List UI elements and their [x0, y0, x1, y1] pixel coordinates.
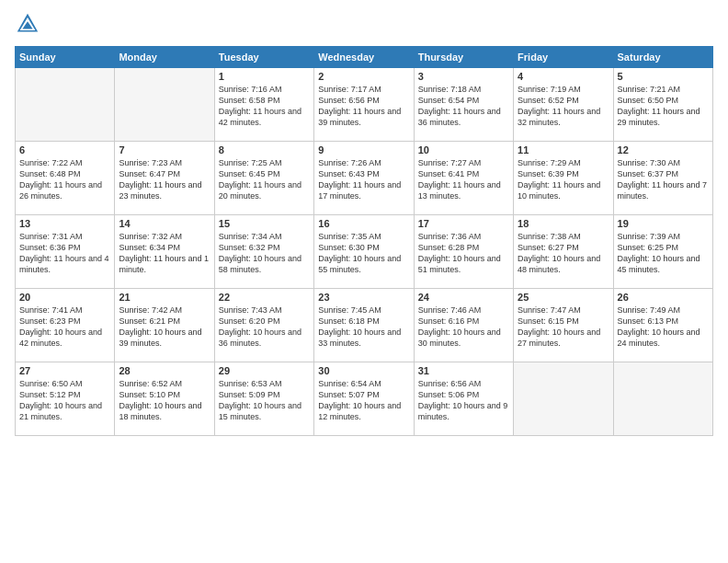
- day-number: 29: [219, 365, 310, 376]
- day-info: Sunrise: 7:42 AM Sunset: 6:21 PM Dayligh…: [119, 304, 210, 350]
- day-info: Sunrise: 6:53 AM Sunset: 5:09 PM Dayligh…: [219, 378, 310, 423]
- day-cell: 12Sunrise: 7:30 AM Sunset: 6:37 PM Dayli…: [613, 142, 712, 215]
- day-info: Sunrise: 7:39 AM Sunset: 6:25 PM Dayligh…: [618, 231, 709, 276]
- day-number: 3: [418, 71, 509, 82]
- day-cell: 11Sunrise: 7:29 AM Sunset: 6:39 PM Dayli…: [514, 142, 613, 215]
- day-cell: 31Sunrise: 6:56 AM Sunset: 5:06 PM Dayli…: [414, 362, 513, 436]
- day-cell: 6Sunrise: 7:22 AM Sunset: 6:48 PM Daylig…: [16, 142, 115, 215]
- day-header-monday: Monday: [115, 47, 214, 68]
- day-cell: 29Sunrise: 6:53 AM Sunset: 5:09 PM Dayli…: [214, 362, 313, 436]
- day-cell: 7Sunrise: 7:23 AM Sunset: 6:47 PM Daylig…: [115, 142, 214, 215]
- day-info: Sunrise: 6:54 AM Sunset: 5:07 PM Dayligh…: [318, 378, 409, 423]
- day-info: Sunrise: 7:27 AM Sunset: 6:41 PM Dayligh…: [418, 157, 509, 202]
- day-number: 26: [618, 292, 709, 303]
- day-number: 1: [219, 71, 310, 82]
- day-number: 31: [418, 365, 509, 376]
- day-number: 5: [618, 71, 709, 82]
- day-info: Sunrise: 7:31 AM Sunset: 6:36 PM Dayligh…: [19, 231, 110, 276]
- day-info: Sunrise: 7:17 AM Sunset: 6:56 PM Dayligh…: [318, 84, 409, 129]
- day-number: 19: [618, 218, 709, 229]
- day-header-saturday: Saturday: [613, 47, 712, 68]
- day-header-sunday: Sunday: [16, 47, 115, 68]
- week-row-3: 13Sunrise: 7:31 AM Sunset: 6:36 PM Dayli…: [16, 215, 713, 289]
- day-info: Sunrise: 7:32 AM Sunset: 6:34 PM Dayligh…: [119, 231, 210, 276]
- day-cell: 28Sunrise: 6:52 AM Sunset: 5:10 PM Dayli…: [115, 362, 214, 436]
- day-cell: [16, 68, 115, 142]
- day-number: 12: [618, 144, 709, 155]
- day-number: 10: [418, 144, 509, 155]
- day-info: Sunrise: 7:16 AM Sunset: 6:58 PM Dayligh…: [219, 84, 310, 129]
- day-info: Sunrise: 6:56 AM Sunset: 5:06 PM Dayligh…: [418, 378, 509, 423]
- day-number: 6: [19, 144, 110, 155]
- day-info: Sunrise: 7:30 AM Sunset: 6:37 PM Dayligh…: [618, 157, 709, 202]
- day-info: Sunrise: 7:29 AM Sunset: 6:39 PM Dayligh…: [518, 157, 609, 202]
- page: SundayMondayTuesdayWednesdayThursdayFrid…: [0, 0, 728, 563]
- day-cell: 18Sunrise: 7:38 AM Sunset: 6:27 PM Dayli…: [514, 215, 613, 289]
- day-cell: 5Sunrise: 7:21 AM Sunset: 6:50 PM Daylig…: [613, 68, 712, 142]
- day-number: 30: [318, 365, 409, 376]
- day-number: 27: [19, 365, 110, 376]
- day-info: Sunrise: 7:34 AM Sunset: 6:32 PM Dayligh…: [219, 231, 310, 276]
- day-info: Sunrise: 7:41 AM Sunset: 6:23 PM Dayligh…: [19, 304, 110, 350]
- day-info: Sunrise: 7:38 AM Sunset: 6:27 PM Dayligh…: [518, 231, 609, 276]
- day-info: Sunrise: 7:25 AM Sunset: 6:45 PM Dayligh…: [219, 157, 310, 202]
- day-info: Sunrise: 7:35 AM Sunset: 6:30 PM Dayligh…: [318, 231, 409, 276]
- day-number: 11: [518, 144, 609, 155]
- day-cell: 16Sunrise: 7:35 AM Sunset: 6:30 PM Dayli…: [314, 215, 414, 289]
- day-cell: 21Sunrise: 7:42 AM Sunset: 6:21 PM Dayli…: [115, 289, 214, 362]
- day-cell: 24Sunrise: 7:46 AM Sunset: 6:16 PM Dayli…: [414, 289, 513, 362]
- day-header-wednesday: Wednesday: [314, 47, 414, 68]
- day-number: 9: [318, 144, 409, 155]
- day-cell: 3Sunrise: 7:18 AM Sunset: 6:54 PM Daylig…: [414, 68, 513, 142]
- day-cell: [115, 68, 214, 142]
- day-cell: [613, 362, 712, 436]
- day-cell: 14Sunrise: 7:32 AM Sunset: 6:34 PM Dayli…: [115, 215, 214, 289]
- day-info: Sunrise: 7:47 AM Sunset: 6:15 PM Dayligh…: [518, 304, 609, 350]
- day-cell: 20Sunrise: 7:41 AM Sunset: 6:23 PM Dayli…: [16, 289, 115, 362]
- day-cell: 10Sunrise: 7:27 AM Sunset: 6:41 PM Dayli…: [414, 142, 513, 215]
- day-info: Sunrise: 7:36 AM Sunset: 6:28 PM Dayligh…: [418, 231, 509, 276]
- day-number: 14: [119, 218, 210, 229]
- day-info: Sunrise: 7:22 AM Sunset: 6:48 PM Dayligh…: [19, 157, 110, 202]
- day-number: 23: [318, 292, 409, 303]
- day-number: 13: [19, 218, 110, 229]
- day-number: 8: [219, 144, 310, 155]
- logo-icon: [15, 11, 40, 37]
- day-cell: 30Sunrise: 6:54 AM Sunset: 5:07 PM Dayli…: [314, 362, 414, 436]
- week-row-2: 6Sunrise: 7:22 AM Sunset: 6:48 PM Daylig…: [16, 142, 713, 215]
- day-info: Sunrise: 7:43 AM Sunset: 6:20 PM Dayligh…: [219, 304, 310, 350]
- calendar-table: SundayMondayTuesdayWednesdayThursdayFrid…: [15, 46, 713, 436]
- header: [15, 11, 713, 37]
- day-info: Sunrise: 7:46 AM Sunset: 6:16 PM Dayligh…: [418, 304, 509, 350]
- logo: [15, 11, 44, 37]
- day-cell: 25Sunrise: 7:47 AM Sunset: 6:15 PM Dayli…: [514, 289, 613, 362]
- day-number: 25: [518, 292, 609, 303]
- day-info: Sunrise: 6:50 AM Sunset: 5:12 PM Dayligh…: [19, 378, 110, 423]
- day-number: 20: [19, 292, 110, 303]
- day-info: Sunrise: 7:26 AM Sunset: 6:43 PM Dayligh…: [318, 157, 409, 202]
- day-cell: 2Sunrise: 7:17 AM Sunset: 6:56 PM Daylig…: [314, 68, 414, 142]
- day-number: 17: [418, 218, 509, 229]
- day-info: Sunrise: 6:52 AM Sunset: 5:10 PM Dayligh…: [119, 378, 210, 423]
- day-number: 2: [318, 71, 409, 82]
- day-cell: 17Sunrise: 7:36 AM Sunset: 6:28 PM Dayli…: [414, 215, 513, 289]
- day-header-tuesday: Tuesday: [214, 47, 313, 68]
- week-row-4: 20Sunrise: 7:41 AM Sunset: 6:23 PM Dayli…: [16, 289, 713, 362]
- day-info: Sunrise: 7:19 AM Sunset: 6:52 PM Dayligh…: [518, 84, 609, 129]
- day-number: 7: [119, 144, 210, 155]
- day-header-thursday: Thursday: [414, 47, 513, 68]
- day-info: Sunrise: 7:45 AM Sunset: 6:18 PM Dayligh…: [318, 304, 409, 350]
- day-cell: 1Sunrise: 7:16 AM Sunset: 6:58 PM Daylig…: [214, 68, 313, 142]
- day-cell: 13Sunrise: 7:31 AM Sunset: 6:36 PM Dayli…: [16, 215, 115, 289]
- day-number: 16: [318, 218, 409, 229]
- week-row-5: 27Sunrise: 6:50 AM Sunset: 5:12 PM Dayli…: [16, 362, 713, 436]
- day-cell: 4Sunrise: 7:19 AM Sunset: 6:52 PM Daylig…: [514, 68, 613, 142]
- day-cell: [514, 362, 613, 436]
- day-number: 15: [219, 218, 310, 229]
- day-cell: 27Sunrise: 6:50 AM Sunset: 5:12 PM Dayli…: [16, 362, 115, 436]
- header-row: SundayMondayTuesdayWednesdayThursdayFrid…: [16, 47, 713, 68]
- day-cell: 22Sunrise: 7:43 AM Sunset: 6:20 PM Dayli…: [214, 289, 313, 362]
- week-row-1: 1Sunrise: 7:16 AM Sunset: 6:58 PM Daylig…: [16, 68, 713, 142]
- day-cell: 19Sunrise: 7:39 AM Sunset: 6:25 PM Dayli…: [613, 215, 712, 289]
- day-cell: 26Sunrise: 7:49 AM Sunset: 6:13 PM Dayli…: [613, 289, 712, 362]
